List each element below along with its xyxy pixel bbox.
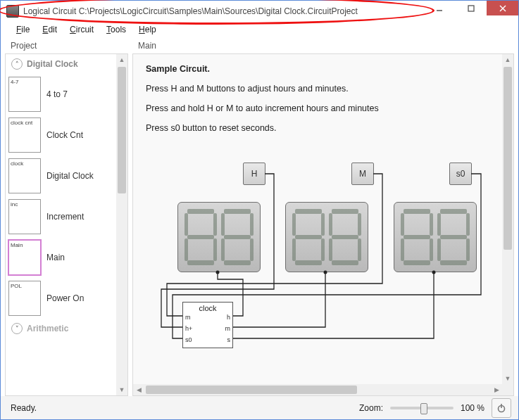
app-window: Logical Circuit C:\Projects\LogicCircuit… <box>0 0 519 420</box>
port-h-out: h <box>227 314 230 321</box>
main-pane-label: Main <box>132 39 514 53</box>
main-pane: Main Sample Circuit. Press H and M butto… <box>132 39 514 396</box>
display-seconds <box>394 202 477 272</box>
maximize-button[interactable] <box>455 1 487 15</box>
tree-item-power[interactable]: POL Power On <box>6 278 127 319</box>
clock-component[interactable]: clock m h+ s0 h m s <box>182 302 233 348</box>
tree-item-main[interactable]: Main Main <box>6 237 127 278</box>
scroll-down-icon[interactable]: ▼ <box>116 384 127 395</box>
accordion-digital-clock[interactable]: ˄ Digital Clock <box>6 54 127 74</box>
port-m-in: m <box>185 314 191 321</box>
desc-title: Sample Circuit. <box>146 64 210 74</box>
title-bar: Logical Circuit C:\Projects\LogicCircuit… <box>1 1 518 22</box>
tree-label: Increment <box>46 212 84 222</box>
port-s-out: s <box>227 336 231 343</box>
accordion-arithmetic[interactable]: ˅ Arithmetic <box>6 319 127 338</box>
menu-tools[interactable]: Tools <box>101 23 132 36</box>
scroll-up-icon[interactable]: ▲ <box>502 54 513 65</box>
tree-label: Power On <box>46 293 84 303</box>
tree-item-clockcnt[interactable]: clock cnt Clock Cnt <box>6 115 127 155</box>
menu-help[interactable]: Help <box>133 23 162 36</box>
power-icon <box>496 403 506 413</box>
display-minutes <box>285 202 368 272</box>
project-scrollbar[interactable]: ▲ ▼ <box>116 54 127 395</box>
circuit-button-s0[interactable]: s0 <box>449 163 472 185</box>
thumb-main: Main <box>8 240 41 275</box>
desc-line2: Press and hold H or M to auto increment … <box>146 103 488 113</box>
project-pane-label: Project <box>5 39 128 53</box>
chevron-down-icon: ˅ <box>11 323 23 334</box>
thumb-digitalclock: clock <box>8 158 41 193</box>
menu-file-rest: ile <box>21 25 30 34</box>
thumb-power: POL <box>8 281 41 316</box>
tree-label: Digital Clock <box>46 171 94 181</box>
zoom-slider[interactable] <box>390 407 454 409</box>
maximize-icon <box>468 5 475 12</box>
menu-edit[interactable]: Edit <box>37 23 63 36</box>
tree-label: Main <box>46 253 65 262</box>
seven-seg-digit <box>328 207 362 267</box>
seven-seg-digit <box>220 207 254 267</box>
zoom-value: 100 % <box>461 403 484 413</box>
app-icon <box>6 5 19 18</box>
description: Sample Circuit. Press H and M buttons to… <box>146 64 488 143</box>
svg-rect-1 <box>468 6 474 11</box>
thumb-increment: inc <box>8 199 41 234</box>
chevron-up-icon: ˄ <box>11 58 23 70</box>
seven-seg-digit <box>437 207 470 267</box>
seven-seg-digit <box>292 207 325 267</box>
circuit-area: H M s0 <box>133 160 502 384</box>
project-tree: ˄ Digital Clock 4-7 4 to 7 clock cnt Clo… <box>5 53 128 396</box>
clock-label: clock <box>183 304 232 312</box>
canvas-vscrollbar[interactable]: ▲ ▼ <box>502 54 513 384</box>
menu-bar: File Edit Circuit Tools Help <box>1 22 518 38</box>
tree-item-increment[interactable]: inc Increment <box>6 196 127 237</box>
scroll-thumb[interactable] <box>504 67 512 250</box>
status-text: Ready. <box>11 403 37 413</box>
canvas-container: Sample Circuit. Press H and M buttons to… <box>132 53 514 396</box>
circuit-canvas[interactable]: Sample Circuit. Press H and M buttons to… <box>133 54 502 384</box>
power-button[interactable] <box>492 398 511 418</box>
accordion-label: Arithmetic <box>27 324 68 333</box>
window-title: Logical Circuit C:\Projects\LogicCircuit… <box>23 6 423 16</box>
zoom-slider-knob[interactable] <box>420 403 427 414</box>
canvas-hscrollbar[interactable]: ◀ ▶ <box>133 384 502 395</box>
scroll-up-icon[interactable]: ▲ <box>116 54 127 65</box>
project-pane: Project ˄ Digital Clock 4-7 4 to 7 clock… <box>5 39 128 396</box>
thumb-clockcnt: clock cnt <box>8 117 41 153</box>
scroll-thumb[interactable] <box>118 67 126 193</box>
thumb-4to7: 4-7 <box>8 77 41 112</box>
tree-item-4to7[interactable]: 4-7 4 to 7 <box>6 74 127 115</box>
close-icon <box>499 5 506 12</box>
workspace: Project ˄ Digital Clock 4-7 4 to 7 clock… <box>1 38 518 396</box>
menu-circuit[interactable]: Circuit <box>64 23 99 36</box>
scroll-thumb[interactable] <box>146 386 357 394</box>
tree-item-digitalclock[interactable]: clock Digital Clock <box>6 155 127 196</box>
tree-label: 4 to 7 <box>46 89 68 99</box>
accordion-label: Digital Clock <box>27 59 78 69</box>
seven-seg-digit <box>184 207 218 267</box>
tree-label: Clock Cnt <box>46 130 83 140</box>
seven-seg-digit <box>400 207 434 267</box>
scroll-left-icon[interactable]: ◀ <box>133 384 144 395</box>
desc-line1: Press H and M buttons to adjust hours an… <box>146 84 488 94</box>
menu-file[interactable]: File <box>11 23 35 36</box>
zoom-label: Zoom: <box>359 403 383 413</box>
minimize-button[interactable] <box>423 1 455 15</box>
minimize-icon <box>436 5 443 12</box>
display-hours <box>177 202 261 272</box>
circuit-button-m[interactable]: M <box>351 163 374 185</box>
port-m-out: m <box>225 325 231 332</box>
circuit-button-h[interactable]: H <box>243 163 265 185</box>
port-s0-in: s0 <box>185 336 192 343</box>
scroll-down-icon[interactable]: ▼ <box>502 373 513 384</box>
status-bar: Ready. Zoom: 100 % <box>1 396 518 419</box>
port-h-in: h+ <box>185 325 192 332</box>
desc-line3: Press s0 button to reset seconds. <box>146 123 488 133</box>
scroll-right-icon[interactable]: ▶ <box>491 384 502 395</box>
scroll-corner <box>502 384 513 395</box>
close-button[interactable] <box>487 1 518 15</box>
